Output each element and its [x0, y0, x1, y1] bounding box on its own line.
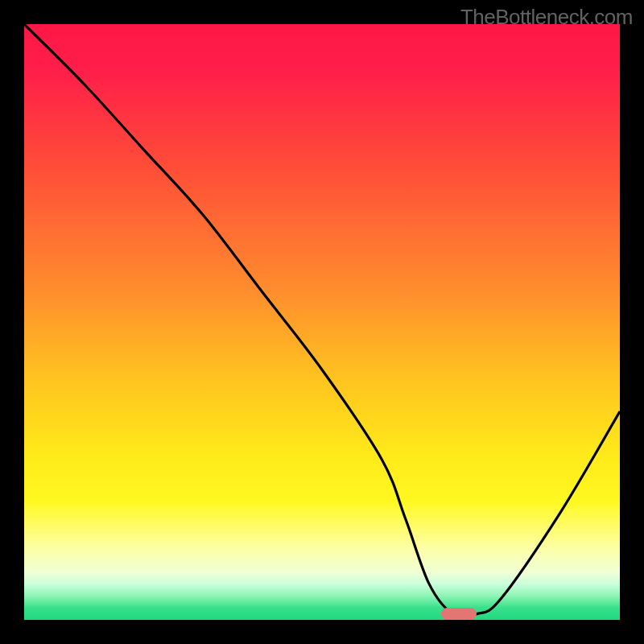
curve-path [24, 24, 620, 617]
watermark-text: TheBottleneck.com [460, 5, 633, 30]
chart-container: TheBottleneck.com [0, 0, 644, 644]
optimum-marker [441, 608, 477, 620]
bottleneck-curve [24, 24, 620, 620]
plot-area [24, 24, 620, 620]
